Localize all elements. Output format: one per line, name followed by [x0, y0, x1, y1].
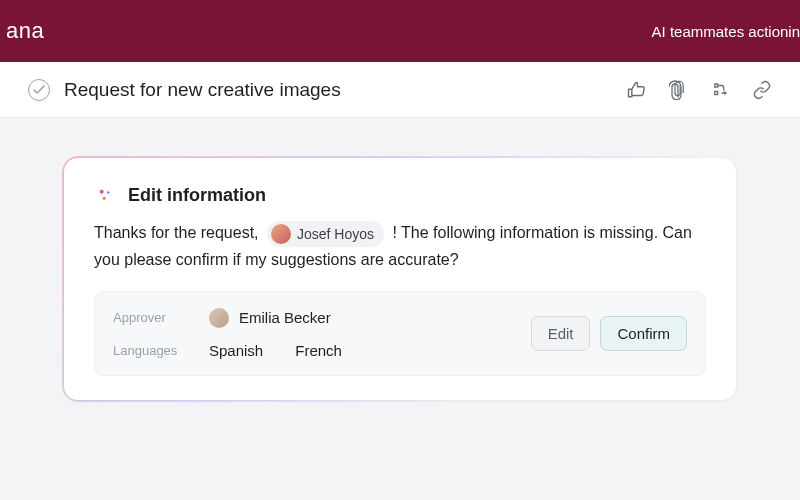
task-header: Request for new creative images: [0, 62, 800, 118]
card-header: Edit information: [94, 184, 706, 206]
brand-logo-text: ana: [0, 18, 44, 44]
info-actions: Edit Confirm: [531, 316, 687, 351]
svg-point-1: [107, 191, 110, 194]
complete-task-checkbox[interactable]: [28, 79, 50, 101]
ai-suggestion-card: Edit information Thanks for the request,…: [64, 158, 736, 400]
approver-name: Emilia Becker: [239, 309, 331, 326]
topbar: ana AI teammates actionin: [0, 0, 800, 62]
avatar: [271, 224, 291, 244]
link-icon[interactable]: [752, 80, 772, 100]
task-title: Request for new creative images: [64, 79, 626, 101]
field-languages: Languages Spanish French: [113, 342, 507, 359]
svg-point-2: [103, 197, 106, 200]
tagline-text: AI teammates actionin: [652, 23, 800, 40]
avatar: [209, 308, 229, 328]
info-box: Approver Emilia Becker Languages Spanish…: [94, 291, 706, 376]
sparkle-icon: [94, 184, 116, 206]
field-label: Approver: [113, 310, 191, 325]
card-message: Thanks for the request, Josef Hoyos ! Th…: [94, 220, 706, 273]
field-approver: Approver Emilia Becker: [113, 308, 507, 328]
card-title: Edit information: [128, 185, 266, 206]
message-pre: Thanks for the request,: [94, 224, 263, 241]
svg-point-0: [100, 190, 104, 194]
attachment-icon[interactable]: [668, 80, 688, 100]
language-tag: Spanish: [209, 342, 263, 359]
language-tag: French: [295, 342, 342, 359]
languages-value[interactable]: Spanish French: [209, 342, 342, 359]
mention-name: Josef Hoyos: [297, 223, 374, 245]
confirm-button[interactable]: Confirm: [600, 316, 687, 351]
subtask-icon[interactable]: [710, 80, 730, 100]
task-actions: [626, 80, 772, 100]
user-mention[interactable]: Josef Hoyos: [267, 221, 384, 247]
approver-value[interactable]: Emilia Becker: [209, 308, 331, 328]
content-area: Edit information Thanks for the request,…: [0, 118, 800, 400]
edit-button[interactable]: Edit: [531, 316, 591, 351]
like-icon[interactable]: [626, 80, 646, 100]
field-label: Languages: [113, 343, 191, 358]
info-fields: Approver Emilia Becker Languages Spanish…: [113, 308, 507, 359]
